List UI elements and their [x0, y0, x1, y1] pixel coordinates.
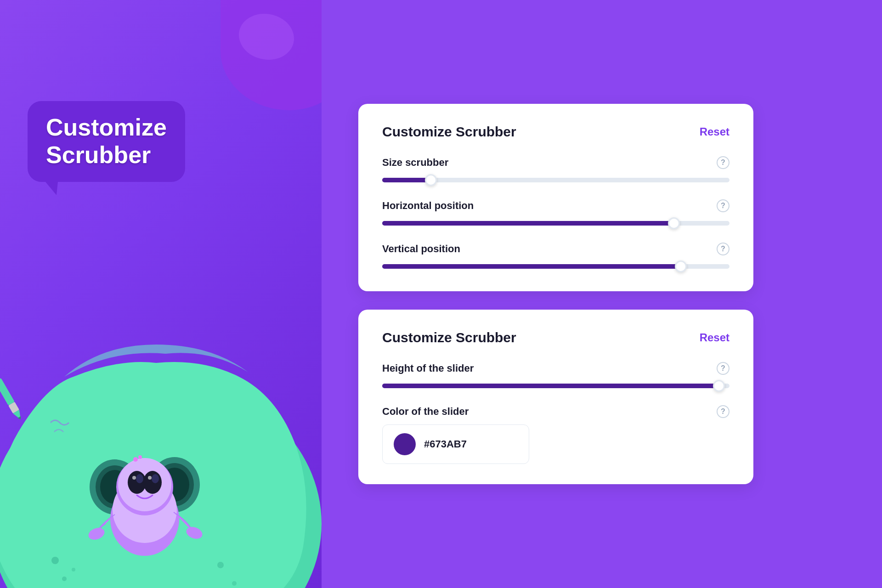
svg-point-15 [152, 474, 159, 483]
card2-title: Customize Scrubber [382, 330, 516, 345]
svg-point-25 [217, 562, 224, 568]
card1-title: Customize Scrubber [382, 124, 516, 140]
svg-point-14 [136, 474, 143, 483]
settings-panel: Customize Scrubber Reset Size scrubber ?… [322, 0, 882, 588]
vertical-position-fill [382, 264, 681, 269]
vertical-position-slider[interactable] [382, 262, 729, 271]
color-label-row: Color of the slider ? [382, 405, 729, 418]
height-slider-fill [382, 384, 719, 388]
horizontal-position-label: Horizontal position [382, 200, 474, 212]
card-position: Customize Scrubber Reset Size scrubber ?… [358, 104, 753, 291]
svg-point-22 [51, 557, 59, 564]
size-scrubber-track [382, 178, 729, 182]
size-scrubber-help-icon[interactable]: ? [717, 156, 729, 169]
svg-point-13 [143, 471, 162, 494]
svg-point-24 [72, 568, 75, 571]
color-picker[interactable]: #673AB7 [382, 424, 529, 464]
vertical-position-help-icon[interactable]: ? [717, 243, 729, 255]
card-appearance: Customize Scrubber Reset Height of the s… [358, 310, 753, 484]
height-slider[interactable] [382, 381, 729, 390]
color-slider-label: Color of the slider [382, 406, 469, 418]
svg-rect-27 [0, 378, 15, 406]
horizontal-position-section: Horizontal position ? [382, 199, 729, 228]
height-slider-label: Height of the slider [382, 362, 474, 374]
color-slider-help-icon[interactable]: ? [717, 405, 729, 418]
vertical-position-label: Vertical position [382, 243, 460, 255]
svg-point-17 [148, 476, 152, 480]
card2-reset-button[interactable]: Reset [700, 331, 729, 344]
speech-bubble: Customize Scrubber [28, 101, 185, 182]
height-slider-section: Height of the slider ? [382, 362, 729, 390]
vertical-position-thumb[interactable] [675, 260, 687, 272]
size-scrubber-section: Size scrubber ? [382, 156, 729, 185]
character-illustration [0, 202, 322, 588]
horizontal-position-track [382, 221, 729, 226]
horizontal-position-slider[interactable] [382, 219, 729, 228]
color-hex-value: #673AB7 [424, 438, 467, 450]
size-scrubber-fill [382, 178, 431, 182]
size-scrubber-slider[interactable] [382, 175, 729, 185]
illustration-panel: Customize Scrubber [0, 0, 322, 588]
speech-title: Customize Scrubber [46, 114, 167, 169]
color-swatch [394, 433, 416, 455]
svg-point-21 [138, 455, 142, 459]
height-slider-help-icon[interactable]: ? [717, 362, 729, 375]
card1-header: Customize Scrubber Reset [382, 124, 729, 140]
horizontal-position-fill [382, 221, 674, 226]
card2-header: Customize Scrubber Reset [382, 330, 729, 345]
horizontal-label-row: Horizontal position ? [382, 199, 729, 212]
height-label-row: Height of the slider ? [382, 362, 729, 375]
card1-reset-button[interactable]: Reset [700, 125, 729, 138]
color-section: Color of the slider ? #673AB7 [382, 405, 729, 464]
size-scrubber-label: Size scrubber [382, 157, 448, 169]
vertical-label-row: Vertical position ? [382, 243, 729, 255]
svg-point-16 [132, 476, 136, 480]
svg-point-26 [232, 581, 237, 586]
horizontal-position-help-icon[interactable]: ? [717, 199, 729, 212]
horizontal-position-thumb[interactable] [668, 217, 680, 229]
vertical-position-track [382, 264, 729, 269]
height-slider-track [382, 384, 729, 388]
svg-point-20 [133, 457, 138, 462]
vertical-position-section: Vertical position ? [382, 243, 729, 271]
svg-point-23 [62, 577, 67, 581]
size-label-row: Size scrubber ? [382, 156, 729, 169]
size-scrubber-thumb[interactable] [425, 174, 437, 186]
height-slider-thumb[interactable] [713, 380, 725, 392]
